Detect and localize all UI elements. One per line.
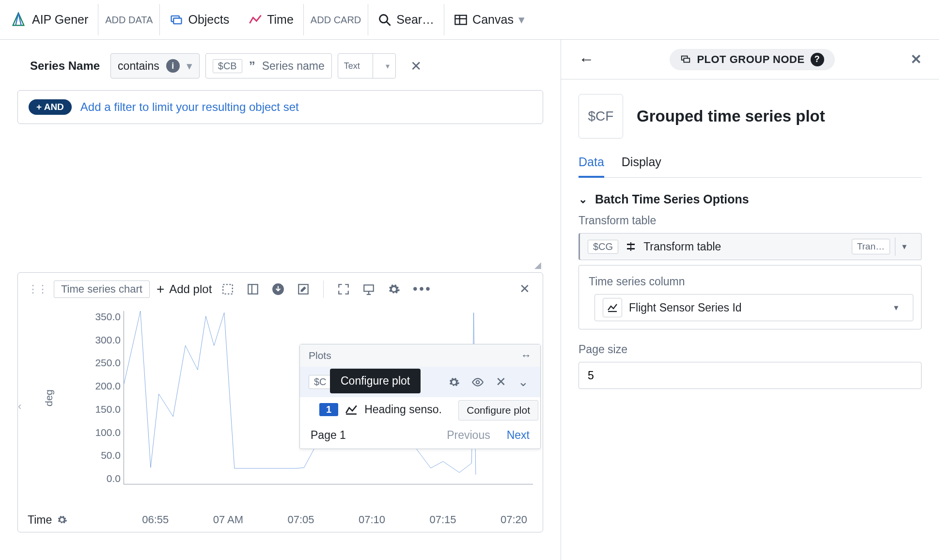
svg-point-15 (476, 380, 480, 384)
add-card-button[interactable]: ADD CARD (304, 0, 368, 39)
transform-table-label: Transform table (579, 214, 922, 227)
svg-rect-7 (223, 284, 233, 294)
tab-data[interactable]: Data (579, 155, 604, 178)
chevron-down-icon: ▾ (380, 62, 395, 71)
close-icon[interactable]: ✕ (410, 58, 422, 74)
present-icon[interactable] (360, 281, 378, 297)
previous-button[interactable]: Previous (447, 429, 490, 442)
more-icon[interactable]: ••• (410, 280, 435, 298)
x-axis-ticks: 06:5507 AM07:0507:1007:1507:20 (74, 513, 533, 526)
plots-popover: Plots ↔ $C Configure plot ✕ ⌄ 1 (299, 344, 541, 449)
series-name: Heading senso. (364, 403, 442, 416)
search-icon (378, 13, 391, 27)
logo-icon (10, 11, 27, 29)
transform-action-button[interactable]: Tran… (852, 239, 890, 254)
chart-toolbar: ⋮⋮ Time series chart + Add plot ••• ✕ (18, 273, 543, 305)
app-name: AIP Gener (32, 13, 88, 27)
svg-rect-1 (174, 18, 182, 24)
top-toolbar: AIP Gener ADD DATA Objects Time ADD CARD… (0, 0, 939, 40)
svg-rect-18 (684, 58, 690, 62)
time-series-column-select[interactable]: Flight Sensor Series Id ▾ (595, 294, 913, 321)
node-title-row: $CF Grouped time series plot (579, 94, 922, 139)
transform-icon (625, 241, 637, 252)
filter-type-select[interactable]: Text ▾ (338, 53, 396, 78)
settings-tabs: Data Display (579, 155, 922, 178)
canvas-icon (454, 13, 468, 27)
tab-display[interactable]: Display (622, 155, 661, 177)
add-data-button[interactable]: ADD DATA (98, 0, 159, 39)
tooltip-configure-plot: Configure plot (330, 369, 421, 393)
filter-value-input[interactable]: $CB ” Series name (205, 53, 332, 78)
close-icon[interactable]: ✕ (910, 51, 922, 67)
plus-icon: + (156, 281, 164, 297)
add-plot-button[interactable]: + Add plot (156, 281, 212, 297)
page-size-label: Page size (579, 343, 922, 356)
add-filter-row[interactable]: + AND Add a filter to limit your resulti… (17, 90, 543, 124)
search-button[interactable]: Sear… (368, 0, 444, 39)
resize-horizontal-icon[interactable]: ↔ (521, 349, 532, 362)
filter-row: Series Name contains i ▾ $CB ” Series na… (17, 53, 543, 78)
panel-layout-icon[interactable] (244, 281, 262, 297)
edit-icon[interactable] (294, 281, 313, 297)
filter-operator-select[interactable]: contains i ▾ (110, 53, 200, 78)
y-axis-label: deg (43, 389, 55, 406)
canvas-button[interactable]: Canvas ▾ (444, 0, 534, 39)
svg-rect-12 (364, 285, 374, 291)
line-chart-icon (603, 298, 622, 317)
gear-icon[interactable] (445, 374, 463, 390)
chevron-down-icon: ⌄ (579, 193, 587, 206)
chevron-down-icon[interactable]: ▾ (895, 237, 913, 256)
back-button[interactable]: ← (579, 50, 594, 68)
plots-pagination: Page 1 Previous Next (300, 422, 540, 449)
chevron-left-icon[interactable]: ‹ (18, 400, 21, 413)
chart-title[interactable]: Time series chart (54, 280, 150, 298)
expand-icon[interactable] (334, 281, 353, 297)
next-button[interactable]: Next (507, 429, 530, 442)
info-icon: i (166, 59, 180, 73)
time-axis-label: Time (28, 513, 52, 527)
help-icon[interactable]: ? (811, 53, 824, 66)
close-icon[interactable]: ✕ (493, 373, 509, 391)
objects-button[interactable]: Objects (160, 0, 239, 39)
svg-point-2 (380, 15, 388, 22)
page-size-input[interactable] (579, 362, 922, 389)
svg-rect-4 (455, 15, 466, 24)
node-title[interactable]: Grouped time series plot (637, 107, 825, 125)
node-type-chip[interactable]: PLOT GROUP NODE ? (670, 49, 834, 70)
layers-icon (680, 54, 691, 65)
add-filter-link: Add a filter to limit your resulting obj… (80, 100, 299, 114)
plot-group-row[interactable]: $C Configure plot ✕ ⌄ (300, 367, 540, 397)
chevron-down-icon[interactable]: ⌄ (515, 373, 532, 391)
layers-icon (170, 13, 183, 27)
x-axis-row: Time 06:5507 AM07:0507:1007:1507:20 (18, 508, 543, 532)
plot-series-row[interactable]: 1 Heading senso. Configure plot (300, 397, 540, 422)
variable-tag-c: $C (309, 375, 332, 389)
chart-card: ⋮⋮ Time series chart + Add plot ••• ✕ (17, 272, 543, 532)
chevron-down-icon: ▾ (518, 13, 525, 27)
quote-icon: ” (249, 59, 255, 74)
download-icon[interactable] (269, 281, 287, 297)
svg-line-3 (387, 21, 391, 25)
resize-handle-icon[interactable]: ◢ (534, 260, 541, 270)
close-icon[interactable]: ✕ (516, 280, 533, 298)
fit-icon[interactable] (219, 281, 237, 297)
gear-icon[interactable] (57, 514, 67, 525)
right-panel-header: ← PLOT GROUP NODE ? ✕ (561, 40, 939, 79)
gear-icon[interactable] (385, 281, 403, 297)
drag-handle-icon[interactable]: ⋮⋮ (28, 286, 47, 292)
time-button[interactable]: Time (239, 0, 303, 39)
section-batch-options[interactable]: ⌄ Batch Time Series Options (579, 192, 922, 206)
series-index-badge: 1 (319, 403, 338, 416)
y-axis-ticks: 350.0300.0250.0200.0150.0100.050.00.0 (86, 311, 121, 484)
transform-table-select[interactable]: $CG Transform table Tran… ▾ (579, 233, 922, 260)
variable-tag-cf: $CF (579, 94, 623, 139)
app-brand[interactable]: AIP Gener (0, 0, 98, 39)
variable-tag-cb: $CB (213, 59, 242, 73)
line-chart-icon (345, 404, 358, 416)
time-chart-icon (249, 13, 262, 27)
eye-icon[interactable] (469, 374, 487, 390)
chevron-down-icon: ▾ (887, 298, 905, 317)
and-chip: + AND (29, 99, 72, 115)
tooltip-configure-plot-light: Configure plot (458, 400, 538, 420)
filter-field-label: Series Name (30, 59, 100, 73)
